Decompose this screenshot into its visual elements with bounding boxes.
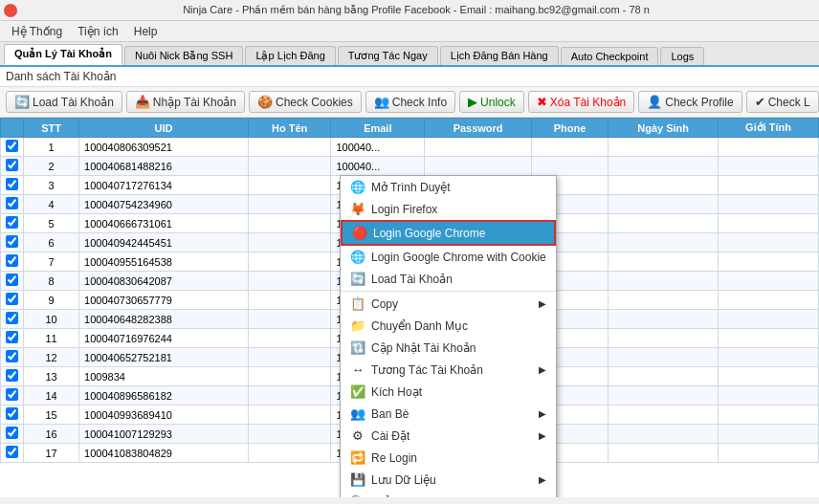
ctx-item-label: Re Login — [371, 451, 417, 465]
row-uid: 100040681488216 — [79, 157, 249, 176]
row-gioi-tinh — [719, 367, 819, 386]
context-menu-item-14[interactable]: 💾 Lưu Dữ Liệu ▶ — [341, 469, 556, 491]
tab-lich-dang-ban-hang[interactable]: Lịch Đăng Bán Hàng — [440, 46, 559, 65]
row-checkbox[interactable] — [1, 444, 24, 463]
row-uid: 100040648282388 — [79, 310, 249, 329]
row-uid: 100040830642087 — [79, 272, 249, 291]
tab-lap-lich-dang[interactable]: Lập Lịch Đăng — [245, 46, 335, 65]
row-ho-ten — [248, 138, 331, 157]
tab-nuoi-nick[interactable]: Nuôi Nick Bằng SSH — [124, 46, 243, 65]
row-checkbox[interactable] — [1, 176, 24, 195]
col-ho-ten: Ho Tên — [248, 119, 331, 138]
title-bar: Ninja Care - Phần mềm bán hàng bằng Prof… — [0, 0, 819, 21]
row-ngay-sinh — [609, 405, 719, 425]
row-checkbox[interactable] — [1, 405, 24, 425]
context-menu-item-7[interactable]: 📁 Chuyển Danh Mục — [341, 315, 556, 337]
ctx-item-icon: 📁 — [350, 318, 365, 333]
context-menu-separator — [341, 291, 556, 292]
context-menu-item-12[interactable]: ⚙ Cài Đặt ▶ — [341, 425, 556, 447]
context-menu-item-15[interactable]: 🔍 Kiểm Tra Năm Tạo Nick — [341, 491, 556, 497]
menu-he-thong[interactable]: Hệ Thống — [4, 23, 70, 40]
row-checkbox[interactable] — [1, 310, 24, 329]
tab-tuong-tac-ngay[interactable]: Tương Tác Ngay — [338, 46, 438, 65]
context-menu-item-9[interactable]: ↔ Tương Tác Tài Khoản ▶ — [341, 359, 556, 381]
row-checkbox[interactable] — [1, 386, 24, 405]
row-stt: 1 — [24, 138, 79, 157]
menu-tien-ich[interactable]: Tiện ích — [70, 23, 126, 40]
row-ngay-sinh — [609, 386, 719, 405]
submenu-arrow-icon: ▶ — [539, 364, 546, 375]
info-icon: 👥 — [374, 95, 389, 109]
context-menu-item-0[interactable]: 🌐 Mở Trình Duyệt — [341, 176, 556, 198]
check-profile-button[interactable]: 👤 Check Profile — [638, 91, 742, 113]
row-checkbox[interactable] — [1, 425, 24, 444]
context-menu-item-2[interactable]: 🔴 Login Google Chrome — [341, 220, 556, 246]
table-row[interactable]: 1 100040806309521 100040... — [1, 138, 819, 157]
tab-bar: Quản Lý Tài Khoản Nuôi Nick Bằng SSH Lập… — [0, 42, 819, 67]
unlock-button[interactable]: ▶ Unlock — [459, 91, 524, 113]
row-ho-ten — [248, 195, 331, 214]
ctx-item-label: Chuyển Danh Mục — [371, 319, 468, 333]
col-phone: Phone — [532, 119, 609, 138]
row-ho-ten — [248, 233, 331, 252]
row-uid: 100040730657779 — [79, 291, 249, 310]
xoa-tai-khoan-button[interactable]: ✖ Xóa Tài Khoản — [528, 91, 635, 113]
context-menu-item-13[interactable]: 🔁 Re Login — [341, 447, 556, 469]
context-menu-item-10[interactable]: ✅ Kích Hoạt — [341, 381, 556, 403]
ctx-item-icon: 🔴 — [352, 226, 367, 240]
row-gioi-tinh — [719, 348, 819, 367]
nhap-tai-khoan-button[interactable]: 📥 Nhập Tài Khoản — [126, 91, 245, 113]
row-ngay-sinh — [609, 291, 719, 310]
context-menu-item-4[interactable]: 🔄 Load Tài Khoản — [341, 268, 556, 290]
tab-auto-checkpoint[interactable]: Auto Checkpoint — [561, 47, 659, 65]
row-gioi-tinh — [719, 425, 819, 444]
row-checkbox[interactable] — [1, 157, 24, 176]
context-menu-item-6[interactable]: 📋 Copy ▶ — [341, 293, 556, 315]
check-info-button[interactable]: 👥 Check Info — [365, 91, 455, 113]
context-menu-item-8[interactable]: 🔃 Cập Nhật Tài Khoản — [341, 337, 556, 359]
row-stt: 10 — [24, 310, 79, 329]
row-checkbox[interactable] — [1, 138, 24, 157]
ctx-item-icon: ⚙ — [350, 428, 365, 443]
row-uid: 100040955164538 — [79, 252, 249, 272]
row-ho-ten — [248, 329, 331, 348]
load-tai-khoan-button[interactable]: 🔄 Load Tài Khoản — [6, 91, 122, 113]
row-ngay-sinh — [609, 329, 719, 348]
row-stt: 14 — [24, 386, 79, 405]
row-ho-ten — [248, 444, 331, 463]
menu-help[interactable]: Help — [126, 23, 166, 40]
row-gioi-tinh — [719, 386, 819, 405]
table-row[interactable]: 2 100040681488216 100040... — [1, 157, 819, 176]
row-checkbox[interactable] — [1, 214, 24, 233]
row-checkbox[interactable] — [1, 291, 24, 310]
context-menu: 🌐 Mở Trình Duyệt 🦊 Login Firefox 🔴 Login… — [340, 175, 557, 497]
tab-quan-ly-tai-khoan[interactable]: Quản Lý Tài Khoản — [4, 44, 122, 65]
row-gioi-tinh — [719, 138, 819, 157]
tab-logs[interactable]: Logs — [660, 47, 704, 65]
row-stt: 7 — [24, 252, 79, 272]
row-ngay-sinh — [609, 138, 719, 157]
check-cookies-button[interactable]: 🍪 Check Cookies — [249, 91, 362, 113]
row-checkbox[interactable] — [1, 272, 24, 291]
context-menu-item-3[interactable]: 🌐 Login Google Chrome with Cookie — [341, 246, 556, 268]
ctx-item-icon: 📋 — [350, 296, 365, 311]
row-checkbox[interactable] — [1, 367, 24, 386]
context-menu-item-1[interactable]: 🦊 Login Firefox — [341, 198, 556, 220]
col-uid: UID — [79, 119, 249, 138]
row-checkbox[interactable] — [1, 195, 24, 214]
row-ngay-sinh — [609, 195, 719, 214]
row-checkbox[interactable] — [1, 252, 24, 272]
ctx-item-icon: 🌐 — [350, 250, 365, 264]
context-menu-item-11[interactable]: 👥 Ban Bè ▶ — [341, 403, 556, 425]
row-checkbox[interactable] — [1, 348, 24, 367]
row-checkbox[interactable] — [1, 233, 24, 252]
checkl-icon: ✔ — [755, 95, 765, 109]
row-checkbox[interactable] — [1, 329, 24, 348]
row-ho-ten — [248, 310, 331, 329]
col-ngay-sinh: Ngày Sinh — [609, 119, 719, 138]
ctx-item-icon: 🦊 — [350, 202, 365, 216]
check-l-button[interactable]: ✔ Check L — [746, 91, 819, 113]
row-password — [425, 138, 532, 157]
col-stt: STT — [24, 119, 79, 138]
row-gioi-tinh — [719, 176, 819, 195]
